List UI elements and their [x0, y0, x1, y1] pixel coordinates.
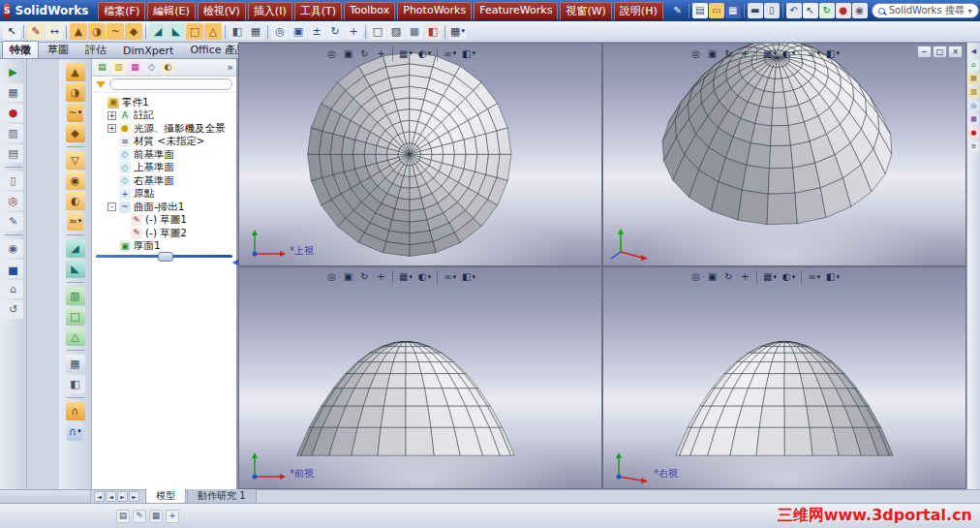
viewport-canvas[interactable] — [239, 267, 601, 489]
display-style-icon[interactable]: ◐▾ — [781, 47, 797, 61]
rollback-bar[interactable] — [96, 255, 232, 258]
search-dropdown-icon[interactable]: ▾ — [968, 7, 972, 16]
file-explorer-icon[interactable]: ▥ — [968, 87, 979, 98]
hide-show-items-dropdown-icon[interactable]: ▾ — [453, 50, 457, 57]
resources-home-icon[interactable]: ⌂ — [968, 60, 979, 71]
section-view-dropdown-icon[interactable]: ▾ — [473, 50, 476, 57]
loft-icon[interactable]: ◆ — [125, 23, 142, 40]
section-view-dropdown-icon[interactable]: ▾ — [837, 274, 841, 281]
section-view-icon[interactable]: ◧ — [424, 23, 442, 40]
viewport-right-view[interactable]: ◎▣↻+▦▾◐▾∞▾◧▾ *右視 — [603, 267, 965, 489]
dome-icon[interactable]: ∩▾ — [67, 422, 83, 441]
select-arrow-icon[interactable]: ↖ — [803, 3, 818, 18]
mirror-feature-icon[interactable]: ◧ — [229, 23, 246, 40]
search-box[interactable]: SolidWorks 搜尋 ▾ — [872, 3, 979, 18]
configurationmanager-icon[interactable]: ▦ — [128, 61, 142, 75]
viewport-front-view[interactable]: ◎▣↻+▦▾◐▾∞▾◧▾ *前視 — [239, 267, 601, 489]
shaded-icon[interactable]: ■ — [406, 23, 423, 40]
expand-icon[interactable]: + — [107, 111, 116, 120]
minimize-button[interactable]: ─ — [917, 46, 932, 58]
tree-item-lights-cameras-scene[interactable]: +●光源、攝影機及全景 — [94, 122, 234, 136]
select-arrow-icon[interactable]: ↖ — [3, 23, 20, 40]
menu-tools[interactable]: 工具(T) — [294, 2, 342, 20]
display-style-icon[interactable]: ◐▾ — [781, 270, 797, 285]
linear-pattern-feature-icon[interactable]: ▦ — [66, 355, 85, 373]
swept-cut-dropdown-icon[interactable]: ▾ — [78, 218, 82, 225]
swept-boss-dropdown-icon[interactable]: ▾ — [78, 109, 82, 116]
zoom-fit-icon[interactable]: ◎ — [689, 270, 703, 285]
quill-icon[interactable]: ✎ — [670, 3, 686, 18]
sketch-icon[interactable]: ✎ — [27, 23, 45, 40]
tab-evaluate[interactable]: 評估 — [77, 41, 114, 58]
tree-item-surface-sweep1[interactable]: -~曲面-掃出1 — [94, 201, 234, 214]
rotate-view-icon[interactable]: ↻ — [357, 47, 372, 61]
swept-boss-icon[interactable]: ~▾ — [67, 104, 84, 122]
zoom-fit-icon[interactable]: ◎ — [271, 23, 289, 40]
open-icon[interactable]: ▭ — [709, 3, 724, 18]
view-orientation-dropdown-icon[interactable]: ▾ — [773, 50, 777, 57]
display-style-dropdown-icon[interactable]: ▾ — [792, 50, 796, 57]
menu-window[interactable]: 視窗(W) — [560, 2, 611, 20]
shell-icon[interactable]: □ — [186, 23, 203, 40]
viewport-canvas[interactable] — [239, 44, 601, 265]
display-style-dropdown-icon[interactable]: ▾ — [428, 274, 432, 281]
view-orientation-dropdown-icon[interactable]: ▾ — [773, 274, 777, 281]
search-icon[interactable]: ◎ — [968, 101, 979, 111]
filter-input[interactable] — [109, 78, 232, 90]
tab-motion-study-1[interactable]: 動作研究 1 — [187, 489, 257, 504]
section-view-icon[interactable]: ◧▾ — [824, 47, 842, 61]
zoom-area-icon[interactable]: ▣ — [705, 47, 720, 61]
pan-icon[interactable]: + — [374, 47, 388, 61]
zoom-fit-icon[interactable]: ◎ — [324, 47, 339, 61]
hide-show-items-icon[interactable]: ∞▾ — [806, 270, 822, 285]
fillet-feature-icon[interactable]: ◢ — [66, 239, 85, 258]
display-style-dropdown-icon[interactable]: ▾ — [428, 50, 432, 57]
tree-item-right-plane[interactable]: ◇右基準面 — [94, 174, 234, 188]
hole-wizard-icon[interactable]: ◉ — [66, 171, 85, 190]
draft-icon[interactable]: △ — [204, 23, 222, 40]
zoom-area-icon[interactable]: ▣ — [341, 270, 355, 285]
displaymanager-icon[interactable]: ◐ — [161, 61, 175, 75]
menu-file[interactable]: 檔案(F) — [98, 2, 145, 20]
menu-edit[interactable]: 編輯(E) — [147, 2, 196, 20]
dome-dropdown-icon[interactable]: ▾ — [77, 428, 81, 435]
smart-dimension-icon[interactable]: ↔ — [46, 23, 63, 40]
view-orientation-icon[interactable]: ▦▾ — [397, 47, 414, 61]
rib-feature-icon[interactable]: ▥ — [66, 287, 85, 305]
restore-button[interactable]: □ — [933, 46, 947, 58]
tree-item-part[interactable]: ▣零件1 — [94, 96, 234, 109]
viewport-isometric-view[interactable]: ◎▣↻+▦▾◐▾∞▾◧▾ ─ □ × — [603, 44, 965, 265]
zoom-area-icon[interactable]: ▣ — [705, 270, 720, 285]
undo-icon[interactable]: ↶ — [786, 3, 802, 18]
tree-item-front-plane[interactable]: ◇前基準面 — [94, 148, 234, 162]
chart-icon[interactable]: ▅ — [4, 260, 23, 278]
view-orientation-icon[interactable]: ▦▾ — [397, 270, 414, 285]
home-icon[interactable]: ⌂ — [4, 280, 23, 298]
chamfer-feature-icon[interactable]: ◣ — [66, 260, 85, 278]
menu-help[interactable]: 說明(H) — [614, 2, 663, 20]
appearance-icon[interactable]: ● — [836, 3, 851, 18]
tree-item-origin[interactable]: +原點 — [94, 188, 234, 202]
sweep-icon[interactable]: ~ — [107, 23, 124, 40]
new-icon[interactable]: ▤ — [692, 3, 708, 18]
tab-model[interactable]: 模型 — [145, 489, 186, 504]
loop-icon[interactable]: ↺ — [4, 300, 23, 319]
pan-icon[interactable]: + — [738, 47, 752, 61]
rotate-view-icon[interactable]: ↻ — [721, 270, 736, 285]
extrude-boss-icon[interactable]: ▲ — [70, 23, 87, 40]
prev-tab-icon[interactable]: ◄ — [106, 491, 116, 502]
sheet-icon[interactable]: ▤ — [116, 510, 130, 523]
target-icon[interactable]: ◎ — [4, 192, 23, 210]
section-view-dropdown-icon[interactable]: ▾ — [837, 50, 841, 57]
boss-extrude-icon[interactable]: ▲ — [66, 63, 85, 81]
menu-view[interactable]: 檢視(V) — [198, 2, 246, 20]
linear-pattern-icon[interactable]: ▦ — [247, 23, 264, 40]
section-view-dropdown-icon[interactable]: ▾ — [473, 274, 476, 281]
tab-sketch[interactable]: 草圖 — [40, 41, 77, 58]
rotate-view-icon[interactable]: ↻ — [721, 47, 736, 61]
menu-toolbox[interactable]: Toolbox — [344, 2, 395, 20]
view-orientation-dropdown-icon[interactable]: ▾ — [409, 50, 413, 57]
tree-item-sketch2[interactable]: ✎(-) 草圖2 — [94, 227, 234, 240]
chamfer-icon[interactable]: ◣ — [168, 23, 185, 40]
menu-featureworks[interactable]: FeatureWorks — [474, 2, 558, 20]
